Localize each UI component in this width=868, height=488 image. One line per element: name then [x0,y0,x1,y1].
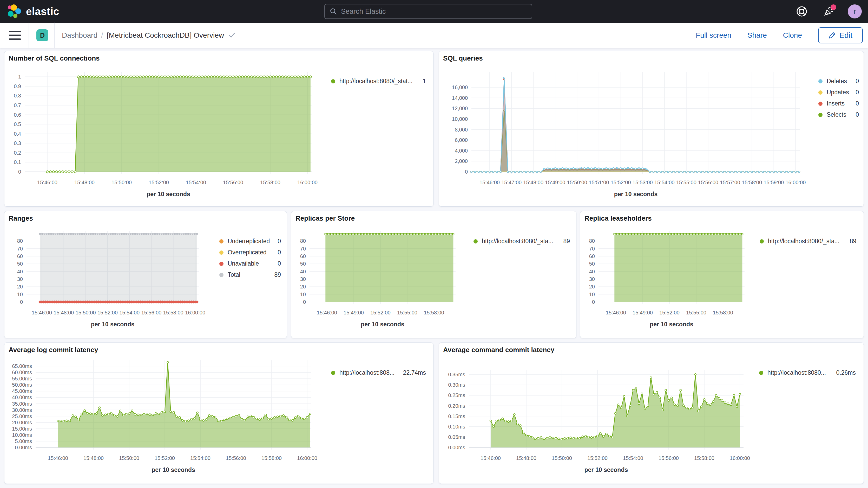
series-dot-icon [219,273,223,277]
global-search-bar[interactable] [324,4,532,19]
chart-sql-queries[interactable]: 02,0004,0006,0008,00010,00012,00014,0001… [439,51,864,207]
series-dot-icon [219,239,223,243]
svg-text:20: 20 [17,284,23,289]
svg-text:0: 0 [465,169,468,175]
svg-text:10: 10 [300,292,306,297]
legend-item[interactable]: Total 89 [219,269,281,280]
legend-item[interactable]: Unavailable 0 [219,258,281,269]
svg-text:15:46:00: 15:46:00 [37,180,57,185]
panel-replica-leaseholders: 0102030405060708015:46:0015:49:0015:52:0… [580,211,864,338]
legend-item[interactable]: Inserts 0 [818,98,859,109]
svg-text:0.7: 0.7 [14,102,21,108]
legend-label: http://localhost:8080/_stat... [339,78,412,85]
menu-button[interactable] [9,31,21,40]
panel-sql-queries: 02,0004,0006,0008,00010,00012,00014,0001… [439,51,864,207]
legend-item[interactable]: Overreplicated 0 [219,247,281,258]
series-dot-icon [473,239,478,243]
breadcrumb: Dashboard / [Metricbeat CockroachDB] Ove… [62,31,236,39]
svg-text:16:00:00: 16:00:00 [297,180,317,185]
check-icon[interactable] [229,32,236,38]
user-avatar[interactable]: r [848,4,862,19]
svg-text:0.30ms: 0.30ms [448,382,465,388]
svg-text:50: 50 [589,261,595,267]
svg-text:20.00ms: 20.00ms [12,420,32,425]
svg-text:15:52:00: 15:52:00 [587,455,608,461]
toolbar-divider [29,23,29,48]
svg-text:15:55:00: 15:55:00 [397,310,417,315]
elastic-home-link[interactable]: elastic [7,4,59,19]
svg-text:15:58:00: 15:58:00 [742,180,762,185]
svg-text:15:50:00: 15:50:00 [567,180,587,185]
series-dot-icon [331,371,335,375]
svg-text:30: 30 [17,276,23,282]
share-button[interactable]: Share [747,31,767,39]
chart-number-of-sql-connections[interactable]: 00.10.20.30.40.50.60.70.80.9115:46:0015:… [4,51,434,207]
panel-title: Replica leaseholders [585,214,652,222]
edit-button[interactable]: Edit [818,27,863,43]
svg-text:15:46:00: 15:46:00 [479,180,500,185]
legend-value: 0 [278,249,281,256]
breadcrumb-separator: / [101,31,103,39]
chart-average-command-commit-latency[interactable]: 0.00ms0.05ms0.10ms0.15ms0.20ms0.25ms0.30… [439,343,864,484]
svg-text:per 10 seconds: per 10 seconds [585,466,628,473]
chart-replicas-per-store[interactable]: 0102030405060708015:46:0015:49:0015:52:0… [291,211,577,339]
svg-text:15:56:00: 15:56:00 [226,455,246,461]
svg-text:0.1: 0.1 [14,159,21,165]
legend-item[interactable]: Selects 0 [818,109,859,120]
legend-item[interactable]: http://localhost:8080/_sta... 89 [473,236,570,247]
svg-text:15:52:00: 15:52:00 [155,455,175,461]
svg-text:10: 10 [589,292,595,297]
svg-text:15:54:00: 15:54:00 [190,455,211,461]
series-dot-icon [818,79,823,84]
svg-text:15:46:00: 15:46:00 [606,310,626,315]
help-button[interactable] [795,4,809,19]
legend-value: 0 [856,89,859,96]
panel-ranges: 0102030405060708015:46:0015:48:0015:50:0… [4,211,287,338]
chart-legend: http://localhost:8080/_sta... 89 [473,236,570,247]
svg-text:15:48:00: 15:48:00 [516,455,536,461]
svg-text:15:49:00: 15:49:00 [344,310,364,315]
svg-text:12,000: 12,000 [452,105,468,111]
svg-text:1: 1 [18,74,21,80]
chart-average-log-commit-latency[interactable]: 0.00ms5.00ms10.00ms15.00ms20.00ms25.00ms… [4,343,434,484]
chart-legend: http://localhost:8080/_stat... 1 [331,75,426,87]
legend-item[interactable]: Deletes 0 [818,75,859,87]
legend-item[interactable]: Updates 0 [818,87,859,98]
edit-button-label: Edit [839,31,852,40]
legend-value: 22.74ms [403,369,426,376]
svg-text:70: 70 [17,246,23,251]
clone-button[interactable]: Clone [783,31,802,39]
legend-value: 89 [563,238,570,245]
breadcrumb-dashboard-link[interactable]: Dashboard [62,31,97,39]
svg-text:15:56:00: 15:56:00 [698,180,718,185]
search-input[interactable] [341,7,532,16]
svg-text:15:57:00: 15:57:00 [720,180,740,185]
svg-text:14,000: 14,000 [452,95,468,101]
svg-text:16:00:00: 16:00:00 [730,455,750,461]
legend-item[interactable]: http://localhost:8080/_sta... 89 [760,236,856,247]
svg-text:per 10 seconds: per 10 seconds [614,191,657,197]
svg-text:0.6: 0.6 [14,112,21,118]
search-icon [330,7,337,15]
newsfeed-button[interactable] [821,4,835,19]
svg-text:15:55:00: 15:55:00 [686,310,706,315]
svg-text:60: 60 [17,253,23,259]
legend-item[interactable]: http://localhost:8080... 0.26ms [759,367,856,378]
legend-item[interactable]: Underreplicated 0 [219,236,281,247]
svg-text:4,000: 4,000 [455,148,468,154]
svg-text:15:50:00: 15:50:00 [119,455,139,461]
dashboard-badge[interactable]: D [36,29,48,41]
legend-label: Deletes [827,78,847,85]
full-screen-button[interactable]: Full screen [696,31,731,39]
legend-item[interactable]: http://localhost:808... 22.74ms [331,367,426,378]
svg-text:30: 30 [589,276,595,282]
svg-text:40: 40 [17,269,23,274]
svg-text:16:00:00: 16:00:00 [297,455,317,461]
pencil-icon [829,32,836,39]
svg-text:15:58:00: 15:58:00 [261,455,282,461]
legend-item[interactable]: http://localhost:8080/_stat... 1 [331,75,426,87]
svg-text:10,000: 10,000 [452,116,468,122]
top-header-bar: elastic [0,0,868,23]
chart-replica-leaseholders[interactable]: 0102030405060708015:46:0015:49:0015:52:0… [580,211,864,339]
svg-text:per 10 seconds: per 10 seconds [152,466,195,473]
